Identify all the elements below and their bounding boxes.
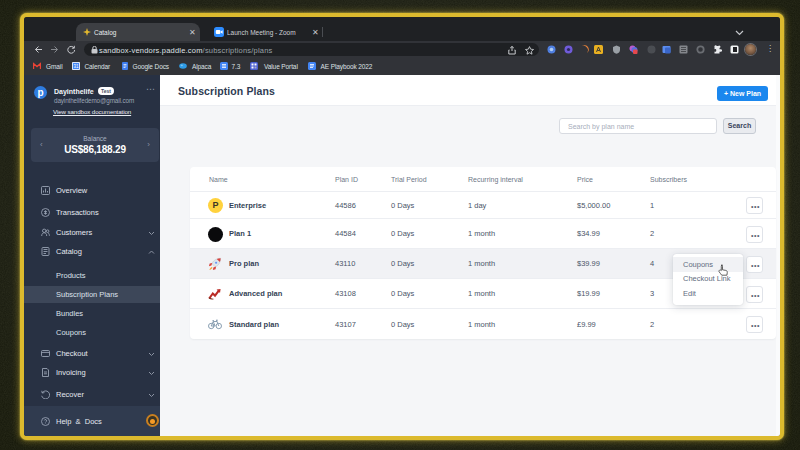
svg-text:31: 31: [73, 64, 79, 69]
